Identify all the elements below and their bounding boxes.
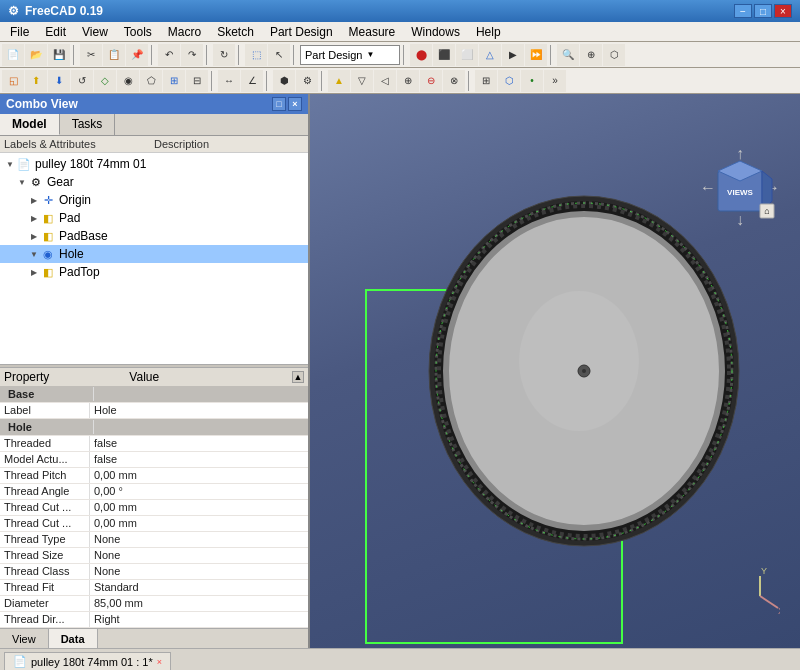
cut-button[interactable]: ✂ <box>80 44 102 66</box>
col-description: Description <box>154 138 304 150</box>
left-tab-data[interactable]: Data <box>49 629 98 648</box>
zoom-button[interactable]: ⊕ <box>580 44 602 66</box>
cube-button[interactable]: ⬛ <box>433 44 455 66</box>
prop-label-value: Hole <box>90 403 308 418</box>
tree-arrow-gear: ▼ <box>16 178 28 187</box>
tree-item-gear[interactable]: ▼ ⚙ Gear <box>0 173 308 191</box>
face-btn[interactable]: ⬡ <box>498 70 520 92</box>
prop-threadcut1-name: Thread Cut ... <box>0 500 90 515</box>
prop-threadclass-value: None <box>90 564 308 579</box>
menu-tools[interactable]: Tools <box>116 22 160 41</box>
tree-arrow-padtop: ▶ <box>28 268 40 277</box>
sweep-btn[interactable]: ◁ <box>374 70 396 92</box>
menu-help[interactable]: Help <box>468 22 509 41</box>
tb-sep-6 <box>403 45 407 65</box>
menu-macro[interactable]: Macro <box>160 22 209 41</box>
close-button[interactable]: × <box>774 4 792 18</box>
gear-btn[interactable]: ⚙ <box>296 70 318 92</box>
point-btn[interactable]: • <box>521 70 543 92</box>
prop-threadpitch-name: Thread Pitch <box>0 468 90 483</box>
menu-sketch[interactable]: Sketch <box>209 22 262 41</box>
sphere-button[interactable]: ⬤ <box>410 44 432 66</box>
tree-item-padbase[interactable]: ▶ ◧ PadBase <box>0 227 308 245</box>
tree-item-origin[interactable]: ▶ ✛ Origin <box>0 191 308 209</box>
play-button[interactable]: ▶ <box>502 44 524 66</box>
combo-controls: □ × <box>272 97 302 111</box>
open-file-button[interactable]: 📂 <box>25 44 47 66</box>
properties-scroll-btn[interactable]: ▲ <box>292 371 304 383</box>
menu-measure[interactable]: Measure <box>341 22 404 41</box>
padbase-icon: ◧ <box>40 228 56 244</box>
multifuse-btn[interactable]: ⊕ <box>397 70 419 92</box>
viewport[interactable]: ↑ ↓ ← → VIEWS ⌂ <box>310 94 800 648</box>
add-primitive-btn[interactable]: ⊞ <box>475 70 497 92</box>
prop-threadcut2-row: Thread Cut ... 0,00 mm <box>0 516 308 532</box>
tree-arrow-root: ▼ <box>4 160 16 169</box>
prop-diameter-row: Diameter 85,00 mm <box>0 596 308 612</box>
tree-item-pad[interactable]: ▶ ◧ Pad <box>0 209 308 227</box>
fast-forward-button[interactable]: ⏩ <box>525 44 547 66</box>
prop-threadcut2-name: Thread Cut ... <box>0 516 90 531</box>
box-select-button[interactable]: ⬚ <box>245 44 267 66</box>
tree-item-root[interactable]: ▼ 📄 pulley 180t 74mm 01 <box>0 155 308 173</box>
workbench-dropdown[interactable]: Part Design ▼ <box>300 45 400 65</box>
pad-button[interactable]: ⬆ <box>25 70 47 92</box>
part-design-btn2[interactable]: ⬢ <box>273 70 295 92</box>
revolution-button[interactable]: ↺ <box>71 70 93 92</box>
extrude-btn[interactable]: ▲ <box>328 70 350 92</box>
subtract-btn[interactable]: ⊖ <box>420 70 442 92</box>
save-button[interactable]: 💾 <box>48 44 70 66</box>
cone-button[interactable]: △ <box>479 44 501 66</box>
copy-button[interactable]: 📋 <box>103 44 125 66</box>
minimize-button[interactable]: − <box>734 4 752 18</box>
menu-view[interactable]: View <box>74 22 116 41</box>
menu-edit[interactable]: Edit <box>37 22 74 41</box>
bottom-tabs: 📄 pulley 180t 74mm 01 : 1* × <box>0 648 800 670</box>
tb2-sep-2 <box>266 71 270 91</box>
combo-float-button[interactable]: □ <box>272 97 286 111</box>
loft-btn[interactable]: ▽ <box>351 70 373 92</box>
titlebar-left: ⚙ FreeCAD 0.19 <box>8 4 103 18</box>
menu-file[interactable]: File <box>2 22 37 41</box>
tree-label-pad: Pad <box>59 211 80 225</box>
chamfer-button[interactable]: ◇ <box>94 70 116 92</box>
left-tab-view[interactable]: View <box>0 629 49 648</box>
redo-button[interactable]: ↷ <box>181 44 203 66</box>
select-button[interactable]: ↖ <box>268 44 290 66</box>
clone-button[interactable]: ⊟ <box>186 70 208 92</box>
doc-tab-close[interactable]: × <box>157 657 162 667</box>
new-file-button[interactable]: 📄 <box>2 44 24 66</box>
maximize-button[interactable]: □ <box>754 4 772 18</box>
tab-model[interactable]: Model <box>0 114 60 135</box>
tree-item-hole[interactable]: ▼ ◉ Hole <box>0 245 308 263</box>
view-tabs: Model Tasks <box>0 114 308 136</box>
combo-close-button[interactable]: × <box>288 97 302 111</box>
refresh-button[interactable]: ↻ <box>213 44 235 66</box>
fillet-button[interactable]: ◉ <box>117 70 139 92</box>
tab-tasks[interactable]: Tasks <box>60 114 116 135</box>
combo-view-header: Combo View □ × <box>0 94 308 114</box>
more-btn[interactable]: » <box>544 70 566 92</box>
measure-linear-button[interactable]: ↔ <box>218 70 240 92</box>
menu-windows[interactable]: Windows <box>403 22 468 41</box>
menu-partdesign[interactable]: Part Design <box>262 22 341 41</box>
zoom-fit-button[interactable]: 🔍 <box>557 44 579 66</box>
view-box-button[interactable]: ⬡ <box>603 44 625 66</box>
pocket-button[interactable]: ⬇ <box>48 70 70 92</box>
undo-button[interactable]: ↶ <box>158 44 180 66</box>
sketch-button[interactable]: ◱ <box>2 70 24 92</box>
paste-button[interactable]: 📌 <box>126 44 148 66</box>
boolean-button[interactable]: ⊞ <box>163 70 185 92</box>
intersect-btn[interactable]: ⊗ <box>443 70 465 92</box>
draft-button[interactable]: ⬠ <box>140 70 162 92</box>
doc-tab[interactable]: 📄 pulley 180t 74mm 01 : 1* × <box>4 652 171 670</box>
tree-arrow-hole: ▼ <box>28 250 40 259</box>
col-labels: Labels & Attributes <box>4 138 154 150</box>
svg-text:↑: ↑ <box>736 149 744 162</box>
cylinder-button[interactable]: ⬜ <box>456 44 478 66</box>
tree-item-padtop[interactable]: ▶ ◧ PadTop <box>0 263 308 281</box>
tb2-sep-1 <box>211 71 215 91</box>
viewport-3d: ↑ ↓ ← → VIEWS ⌂ <box>310 94 800 648</box>
measure-angle-button[interactable]: ∠ <box>241 70 263 92</box>
viewcube[interactable]: ↑ ↓ ← → VIEWS ⌂ <box>700 149 780 229</box>
